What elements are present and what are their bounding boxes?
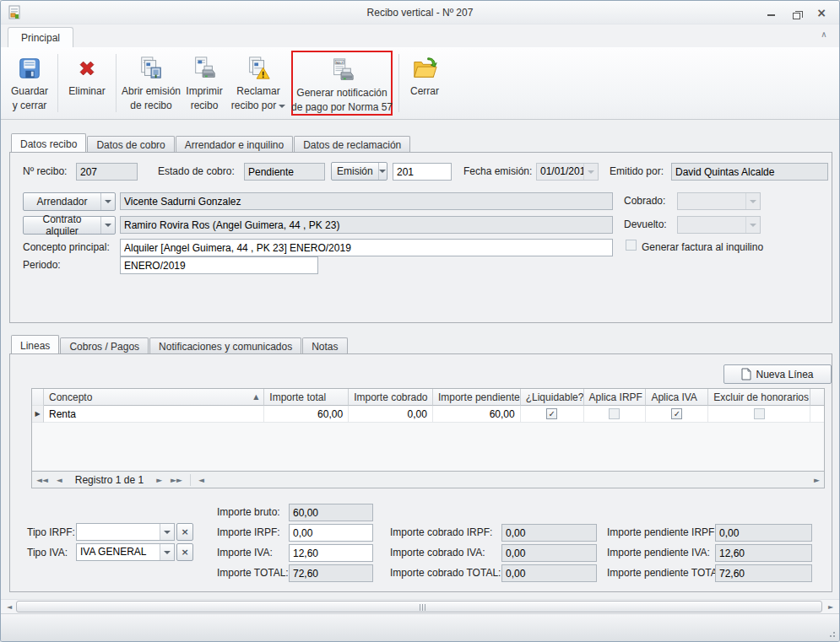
tab-datos-de-cobro[interactable]: Datos de cobro xyxy=(87,136,174,152)
importe-total-field xyxy=(289,564,373,582)
tab-datos-recibo[interactable]: Datos recibo xyxy=(11,133,86,152)
scroll-left-arrow[interactable]: ◄ xyxy=(3,602,15,612)
tipo-irpf-clear-button[interactable]: × xyxy=(176,523,193,541)
ribbon-toolbar: Guardar y cerrar Eliminar Abrir emisión … xyxy=(1,47,839,120)
navigator-divider xyxy=(190,474,191,486)
cell-importe-pendiente[interactable]: 60,00 xyxy=(433,406,521,423)
generar-notificacion-norma57-button[interactable]: N57 Generar notificación de pago por Nor… xyxy=(293,52,391,114)
close-button[interactable]: × xyxy=(812,6,831,19)
eliminar-button[interactable]: Eliminar xyxy=(62,51,111,116)
tab-datos-de-reclamacion[interactable]: Datos de reclamación xyxy=(294,136,410,152)
imprimir-recibo-button[interactable]: Imprimir recibo xyxy=(182,51,227,116)
scrollbar-thumb[interactable] xyxy=(16,601,822,612)
contrato-dropdown-arrow[interactable] xyxy=(100,217,115,234)
importe-irpf-label: Importe IRPF: xyxy=(217,526,280,538)
claim-warning-icon xyxy=(244,54,273,83)
abrir-emision-recibo-button[interactable]: Abrir emisión de recibo xyxy=(121,51,182,116)
tipo-iva-combo[interactable]: IVA GENERAL xyxy=(76,543,175,561)
dropdown-caret-icon xyxy=(279,105,285,108)
importe-cobrado-iva-field xyxy=(501,544,597,562)
importe-iva-field[interactable] xyxy=(289,544,373,562)
nueva-linea-button[interactable]: Nueva Línea xyxy=(723,364,832,384)
tipo-irpf-label: Tipo IRPF: xyxy=(27,526,75,538)
grid-scroll-left-button[interactable]: ◄ xyxy=(194,476,209,484)
cobrado-label: Cobrado: xyxy=(624,195,665,207)
reclamar-recibo-button[interactable]: Reclamar recibo por xyxy=(227,51,290,116)
cerrar-button[interactable]: Cerrar xyxy=(404,51,446,116)
lineas-panel: Nueva Línea Concepto ▲ Importe total Imp… xyxy=(9,353,832,592)
prev-record-button[interactable]: ◄ xyxy=(52,476,67,484)
main-content: Datos recibo Datos de cobro Arrendador e… xyxy=(1,120,839,599)
tab-lineas[interactable]: Lineas xyxy=(11,335,59,353)
lineas-tabstrip: Lineas Cobros / Pagos Notificaciones y c… xyxy=(11,335,349,353)
generar-factura-label: Generar factura al inquilino xyxy=(642,241,763,253)
table-row[interactable]: ▶ Renta 60,00 0,00 60,00 ✓ ✓ xyxy=(32,406,824,423)
excluir-honorarios-checkbox[interactable] xyxy=(754,408,765,419)
collapse-ribbon-icon[interactable]: ∧ xyxy=(817,30,831,39)
importe-pendiente-iva-field xyxy=(715,544,812,562)
recibo-tabstrip: Datos recibo Datos de cobro Arrendador e… xyxy=(11,133,411,152)
emision-dropdown-arrow[interactable] xyxy=(378,163,387,180)
emision-split-button[interactable]: Emisión xyxy=(331,162,387,181)
tab-cobros-pagos[interactable]: Cobros / Pagos xyxy=(60,337,149,353)
generar-factura-checkbox[interactable] xyxy=(626,240,637,251)
column-header-aplica-iva[interactable]: Aplica IVA xyxy=(646,389,708,406)
devuelto-dropdown-arrow xyxy=(745,217,760,233)
column-header-excluir-honorarios[interactable]: Excluir de honorarios xyxy=(708,389,810,406)
column-header-concepto[interactable]: Concepto ▲ xyxy=(44,389,264,406)
aplica-irpf-checkbox[interactable] xyxy=(609,408,620,419)
tab-notas[interactable]: Notas xyxy=(302,337,347,353)
arrendador-field xyxy=(120,192,613,210)
arrendador-split-button[interactable]: Arrendador xyxy=(23,192,116,211)
grid-filler-cell xyxy=(810,406,824,423)
emitido-por-field xyxy=(671,163,828,181)
tipo-iva-dropdown-arrow[interactable] xyxy=(160,544,174,560)
contrato-alquiler-split-button[interactable]: Contrato alquiler xyxy=(23,216,116,235)
tipo-irpf-combo[interactable] xyxy=(76,523,175,541)
next-record-button[interactable]: ► xyxy=(152,476,166,484)
grid-scroll-right-button[interactable]: ► xyxy=(810,476,824,484)
cobrado-combo xyxy=(677,192,761,210)
aplica-iva-checkbox[interactable]: ✓ xyxy=(671,408,682,419)
toolbar-separator xyxy=(116,54,117,112)
column-header-importe-pendiente[interactable]: Importe pendiente xyxy=(433,389,521,406)
lineas-grid: Concepto ▲ Importe total Importe cobrado… xyxy=(31,388,825,472)
periodo-label: Periodo: xyxy=(23,259,61,271)
first-record-button[interactable]: ◄◄ xyxy=(32,476,52,484)
print-icon xyxy=(190,54,219,83)
liquidable-checkbox[interactable]: ✓ xyxy=(546,408,557,419)
column-header-importe-total[interactable]: Importe total xyxy=(264,389,349,406)
cell-importe-cobrado[interactable]: 0,00 xyxy=(349,406,433,423)
minimize-button[interactable] xyxy=(761,6,780,19)
emision-numero-field[interactable] xyxy=(393,163,452,181)
toolbar-separator xyxy=(398,54,399,112)
importe-irpf-field[interactable] xyxy=(289,524,373,542)
last-record-button[interactable]: ►► xyxy=(166,476,187,484)
fecha-dropdown-arrow xyxy=(583,164,598,180)
guardar-y-cerrar-button[interactable]: Guardar y cerrar xyxy=(6,51,53,116)
svg-text:N57: N57 xyxy=(336,61,344,65)
tipo-irpf-dropdown-arrow[interactable] xyxy=(160,524,174,540)
importe-cobrado-total-field xyxy=(501,564,597,582)
tab-notificaciones[interactable]: Notificaciones y comunicados xyxy=(149,337,301,353)
scroll-right-arrow[interactable]: ► xyxy=(825,602,837,612)
periodo-field[interactable] xyxy=(120,256,318,274)
cell-importe-total[interactable]: 60,00 xyxy=(264,406,349,423)
restore-button[interactable] xyxy=(787,6,805,19)
cell-liquidable: ✓ xyxy=(521,406,584,423)
estado-cobro-label: Estado de cobro: xyxy=(158,165,235,177)
resize-grip[interactable] xyxy=(827,629,836,638)
column-header-aplica-irpf[interactable]: Aplica IRPF xyxy=(584,389,647,406)
arrendador-dropdown-arrow[interactable] xyxy=(100,193,115,210)
concepto-principal-field[interactable] xyxy=(120,239,613,256)
cell-excluir-honorarios xyxy=(708,406,810,423)
column-header-importe-cobrado[interactable]: Importe cobrado xyxy=(349,389,433,406)
tab-principal[interactable]: Principal xyxy=(8,27,73,47)
open-emission-icon xyxy=(137,54,165,83)
tipo-iva-clear-button[interactable]: × xyxy=(176,543,193,561)
column-header-liquidable[interactable]: ¿Liquidable? xyxy=(521,389,584,406)
tab-arrendador-e-inquilino[interactable]: Arrendador e inquilino xyxy=(176,136,293,152)
scrollbar-grip-icon xyxy=(420,604,427,611)
cell-concepto[interactable]: Renta xyxy=(44,406,264,423)
importe-bruto-field xyxy=(289,504,373,521)
